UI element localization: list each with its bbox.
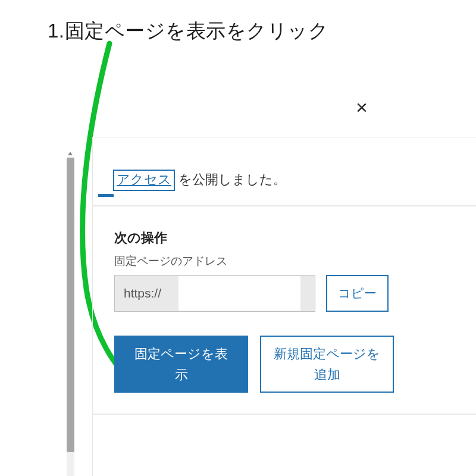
published-suffix: を公開しました。: [178, 171, 286, 189]
divider-bottom: [92, 414, 476, 415]
url-input[interactable]: https://: [114, 275, 315, 312]
annotation-text: 1.固定ページを表示をクリック: [48, 18, 328, 45]
tab-indicator: [98, 194, 114, 197]
copy-button[interactable]: コピー: [326, 275, 389, 312]
url-row: https:// コピー: [114, 275, 389, 312]
next-steps-title: 次の操作: [114, 229, 167, 247]
scroll-up-arrow-icon[interactable]: [67, 149, 74, 157]
url-value: [178, 276, 300, 311]
scrollbar-thumb[interactable]: [67, 158, 74, 452]
published-message: アクセス を公開しました。: [113, 170, 286, 191]
close-icon[interactable]: ×: [356, 97, 368, 117]
view-page-button[interactable]: 固定ページを表示: [114, 336, 248, 393]
action-buttons: 固定ページを表示 新規固定ページを追加: [114, 336, 394, 393]
published-link[interactable]: アクセス: [113, 170, 175, 191]
url-prefix: https://: [115, 286, 161, 300]
divider-top: [92, 137, 476, 137]
panel-left-border: [92, 137, 93, 476]
add-new-page-button[interactable]: 新規固定ページを追加: [260, 336, 394, 393]
page-address-label: 固定ページのアドレス: [114, 253, 227, 269]
divider-mid: [92, 205, 476, 206]
published-link-text: アクセス: [117, 172, 171, 187]
